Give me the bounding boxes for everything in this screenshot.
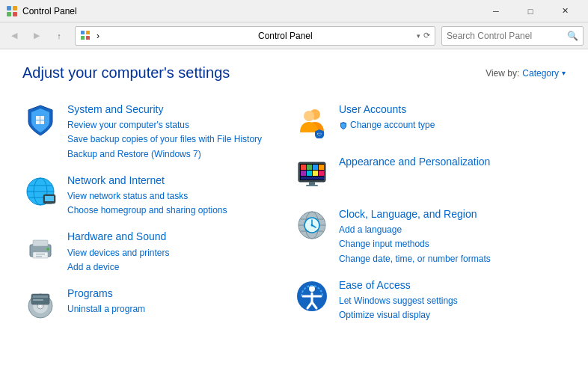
backup-restore-link[interactable]: Backup and Restore (Windows 7)	[67, 147, 287, 162]
user-accounts-title[interactable]: User Accounts	[339, 102, 558, 116]
address-text: ›	[97, 31, 255, 41]
svg-rect-19	[47, 203, 52, 204]
main-content: Adjust your computer's settings View by:…	[0, 49, 588, 392]
clock-language-icon	[294, 207, 330, 243]
svg-point-34	[304, 111, 314, 121]
svg-rect-32	[33, 299, 43, 301]
appearance-title[interactable]: Appearance and Personalization	[339, 155, 558, 168]
page-header: Adjust your computer's settings View by:…	[22, 64, 566, 82]
svg-rect-5	[86, 31, 90, 34]
system-security-content: System and Security Review your computer…	[67, 102, 287, 162]
svg-rect-45	[319, 171, 324, 176]
hardware-sound-icon	[22, 230, 58, 266]
view-printers-link[interactable]: View devices and printers	[67, 246, 287, 260]
optimize-display-link[interactable]: Optimize visual display	[339, 308, 558, 322]
date-time-link[interactable]: Change date, time, or number formats	[339, 252, 558, 266]
system-security-icon	[22, 102, 58, 138]
svg-text:🛡: 🛡	[317, 132, 322, 137]
maximize-button[interactable]: □	[513, 0, 548, 22]
uac-shield-icon	[339, 121, 348, 130]
search-input[interactable]	[447, 31, 567, 41]
svg-rect-41	[319, 165, 324, 170]
input-methods-link[interactable]: Change input methods	[339, 237, 558, 251]
svg-rect-9	[40, 116, 44, 120]
category-ease-access: Ease of Access Let Windows suggest setti…	[294, 272, 566, 329]
minimize-button[interactable]: ─	[479, 0, 513, 22]
uninstall-link[interactable]: Uninstall a program	[67, 302, 287, 316]
programs-title[interactable]: Programs	[67, 287, 287, 300]
address-icon	[80, 30, 92, 42]
svg-rect-31	[33, 295, 48, 298]
svg-rect-2	[7, 12, 11, 16]
titlebar-controls: ─ □ ✕	[479, 0, 582, 22]
change-account-type-link[interactable]: Change account type	[339, 118, 558, 132]
appearance-content: Appearance and Personalization	[339, 155, 558, 171]
svg-point-29	[39, 304, 42, 307]
svg-rect-10	[36, 120, 40, 124]
backup-files-link[interactable]: Save backup copies of your files with Fi…	[67, 132, 287, 147]
svg-rect-6	[81, 36, 85, 40]
view-by-label: View by:	[486, 68, 519, 79]
category-clock-language: Clock, Language, and Region Add a langua…	[294, 201, 566, 272]
add-device-link[interactable]: Add a device	[67, 260, 287, 275]
right-column: 🛡 User Accounts Change account type	[294, 97, 566, 333]
svg-rect-48	[306, 185, 318, 186]
appearance-icon	[294, 155, 330, 191]
network-status-link[interactable]: View network status and tasks	[67, 189, 287, 203]
svg-rect-47	[309, 182, 315, 185]
programs-icon	[22, 287, 58, 322]
svg-rect-8	[36, 116, 40, 120]
page-title: Adjust your computer's settings	[22, 64, 230, 82]
titlebar-title: Control Panel	[22, 6, 479, 16]
hardware-sound-title[interactable]: Hardware and Sound	[67, 230, 287, 243]
search-icon[interactable]: 🔍	[567, 31, 578, 41]
category-system-security: System and Security Review your computer…	[22, 97, 294, 168]
view-by-arrow[interactable]: ▾	[562, 69, 566, 77]
windows-suggest-link[interactable]: Let Windows suggest settings	[339, 294, 558, 308]
system-security-title[interactable]: System and Security	[67, 102, 287, 116]
titlebar-icon	[6, 5, 18, 17]
homegroup-link[interactable]: Choose homegroup and sharing options	[67, 203, 287, 218]
svg-rect-11	[40, 120, 44, 124]
close-button[interactable]: ✕	[548, 0, 582, 22]
svg-rect-43	[307, 171, 312, 176]
forward-button[interactable]: ▶	[27, 26, 46, 46]
hardware-sound-content: Hardware and Sound View devices and prin…	[67, 230, 287, 275]
svg-rect-46	[301, 177, 324, 180]
svg-rect-18	[45, 196, 54, 201]
category-user-accounts: 🛡 User Accounts Change account type	[294, 97, 566, 149]
address-dropdown-arrow[interactable]: ▾	[417, 32, 420, 40]
network-internet-title[interactable]: Network and Internet	[67, 174, 287, 187]
category-appearance: Appearance and Personalization	[294, 149, 566, 201]
svg-rect-38	[301, 165, 306, 170]
svg-rect-1	[13, 6, 17, 10]
svg-point-25	[46, 248, 49, 251]
view-by: View by: Category ▾	[486, 68, 566, 79]
svg-rect-0	[7, 6, 11, 10]
address-path: Control Panel	[258, 31, 417, 41]
user-accounts-icon: 🛡	[294, 102, 330, 138]
back-button[interactable]: ◀	[4, 26, 24, 46]
svg-rect-7	[86, 36, 90, 40]
view-by-dropdown[interactable]: Category	[522, 68, 559, 79]
svg-rect-24	[36, 256, 42, 257]
svg-rect-4	[81, 31, 85, 34]
svg-rect-3	[13, 12, 17, 16]
refresh-button[interactable]: ⟳	[423, 31, 430, 40]
category-hardware-sound: Hardware and Sound View devices and prin…	[22, 224, 294, 281]
svg-rect-42	[301, 171, 306, 176]
up-button[interactable]: ↑	[49, 26, 69, 46]
network-internet-icon	[22, 174, 58, 209]
clock-language-title[interactable]: Clock, Language, and Region	[339, 207, 558, 221]
left-column: System and Security Review your computer…	[22, 97, 294, 333]
svg-point-57	[311, 224, 313, 227]
programs-content: Programs Uninstall a program	[67, 287, 287, 316]
address-bar[interactable]: › Control Panel ▾ ⟳	[75, 26, 435, 46]
titlebar: Control Panel ─ □ ✕	[0, 0, 588, 22]
svg-rect-40	[313, 165, 318, 170]
review-status-link[interactable]: Review your computer's status	[67, 118, 287, 132]
ease-access-title[interactable]: Ease of Access	[339, 278, 558, 292]
svg-rect-44	[313, 171, 318, 176]
search-box[interactable]: 🔍	[441, 26, 584, 46]
add-language-link[interactable]: Add a language	[339, 223, 558, 237]
